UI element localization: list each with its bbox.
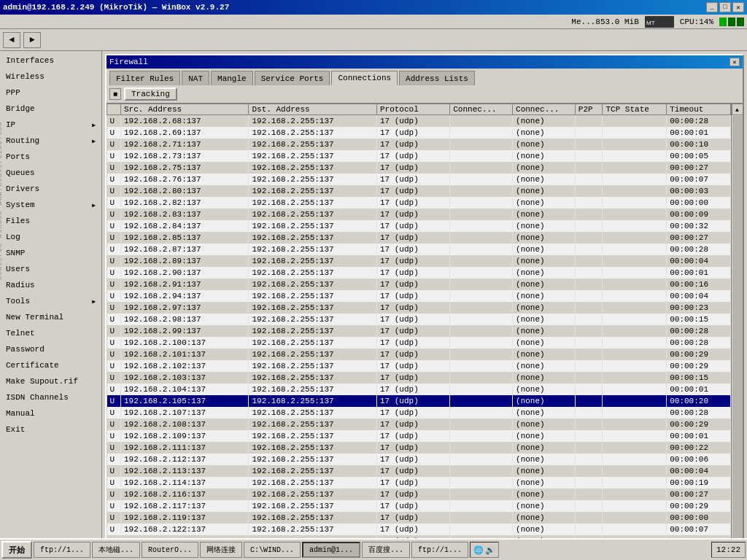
table-row[interactable]: U 192.168.2.83:137 192.168.2.255:137 17 … bbox=[107, 209, 731, 220]
tab-service-ports[interactable]: Service Ports bbox=[255, 71, 330, 85]
start-button[interactable]: 开始 bbox=[1, 541, 32, 559]
table-row[interactable]: U 192.168.2.85:137 192.168.2.255:137 17 … bbox=[107, 232, 731, 244]
sidebar-item-ppp[interactable]: PPP bbox=[1, 85, 100, 101]
sidebar-item-users[interactable]: Users bbox=[1, 261, 100, 277]
taskbar-item-4[interactable]: C:\WIND... bbox=[244, 542, 301, 558]
forward-button[interactable]: ► bbox=[23, 32, 41, 48]
taskbar-item-0[interactable]: ftp://1... bbox=[34, 542, 90, 558]
table-row[interactable]: U 192.168.2.100:137 192.168.2.255:137 17… bbox=[107, 337, 731, 349]
sidebar-item-tools[interactable]: Tools ▶ bbox=[1, 293, 100, 309]
col-header-connec2[interactable]: Connec... bbox=[513, 104, 576, 115]
col-header-dst[interactable]: Dst. Address bbox=[249, 104, 377, 115]
sidebar-item-isdn-channels[interactable]: ISDN Channels bbox=[1, 389, 100, 405]
table-row[interactable]: U 192.168.2.84:137 192.168.2.255:137 17 … bbox=[107, 220, 731, 232]
table-row[interactable]: U 192.168.2.76:137 192.168.2.255:137 17 … bbox=[107, 174, 731, 185]
table-row[interactable]: U 192.168.2.73:137 192.168.2.255:137 17 … bbox=[107, 150, 731, 162]
scrollbar[interactable]: ▲ ▼ bbox=[731, 104, 743, 557]
table-row[interactable]: U 192.168.2.112:137 192.168.2.255:137 17… bbox=[107, 454, 731, 465]
maximize-button[interactable]: □ bbox=[719, 2, 731, 12]
col-header-p2p[interactable]: P2P bbox=[575, 104, 603, 115]
table-row[interactable]: U 192.168.2.114:137 192.168.2.255:137 17… bbox=[107, 477, 731, 489]
table-row[interactable]: U 192.168.2.103:137 192.168.2.255:137 17… bbox=[107, 372, 731, 384]
table-row[interactable]: U 192.168.2.109:137 192.168.2.255:137 17… bbox=[107, 430, 731, 442]
table-row[interactable]: U 192.168.2.82:137 192.168.2.255:137 17 … bbox=[107, 197, 731, 209]
table-row[interactable]: U 192.168.2.75:137 192.168.2.255:137 17 … bbox=[107, 162, 731, 174]
table-row[interactable]: U 192.168.2.89:137 192.168.2.255:137 17 … bbox=[107, 255, 731, 267]
sidebar-item-manual[interactable]: Manual bbox=[1, 405, 100, 421]
tab-connections[interactable]: Connections bbox=[331, 71, 398, 85]
table-row[interactable]: U 192.168.2.97:137 192.168.2.255:137 17 … bbox=[107, 302, 731, 314]
tracking-stop-button[interactable]: ■ bbox=[109, 88, 121, 100]
cell-src: 192.168.2.105:137 bbox=[120, 395, 249, 407]
sidebar-item-bridge[interactable]: Bridge bbox=[1, 101, 100, 117]
tracking-button[interactable]: Tracking bbox=[124, 88, 177, 101]
taskbar-item-1[interactable]: 本地磁... bbox=[92, 542, 140, 558]
sidebar-item-routing[interactable]: Routing ▶ bbox=[1, 133, 100, 149]
sidebar-item-queues[interactable]: Queues bbox=[1, 165, 100, 181]
table-row[interactable]: U 192.168.2.108:137 192.168.2.255:137 17… bbox=[107, 419, 731, 430]
sidebar-item-drivers[interactable]: Drivers bbox=[1, 181, 100, 197]
sidebar-item-make-supout[interactable]: Make Supout.rif bbox=[1, 373, 100, 389]
sidebar-item-exit[interactable]: Exit bbox=[1, 421, 100, 438]
cell-dst: 192.168.2.255:137 bbox=[249, 489, 377, 500]
col-header-timeout[interactable]: Timeout bbox=[667, 104, 731, 115]
sidebar-item-certificate[interactable]: Certificate bbox=[1, 357, 100, 373]
taskbar-item-3[interactable]: 网络连接 bbox=[200, 542, 242, 558]
table-row[interactable]: U 192.168.2.68:137 192.168.2.255:137 17 … bbox=[107, 115, 731, 127]
sidebar-item-radius[interactable]: Radius bbox=[1, 277, 100, 293]
cell-timeout: 00:00:01 bbox=[667, 384, 731, 395]
minimize-button[interactable]: _ bbox=[706, 2, 718, 12]
taskbar-item-2[interactable]: RouterO... bbox=[142, 542, 198, 558]
taskbar-item-7[interactable]: ftp://1... bbox=[411, 542, 468, 558]
sidebar-item-wireless[interactable]: Wireless bbox=[1, 69, 100, 85]
table-row[interactable]: U 192.168.2.102:137 192.168.2.255:137 17… bbox=[107, 360, 731, 372]
tab-address-lists[interactable]: Address Lists bbox=[399, 71, 475, 85]
table-container[interactable]: Src. Address Dst. Address Protocol Conne… bbox=[107, 104, 731, 557]
firewall-close-button[interactable]: ✕ bbox=[729, 58, 740, 66]
sidebar-item-files[interactable]: Files bbox=[1, 213, 100, 229]
tab-nat[interactable]: NAT bbox=[182, 71, 209, 85]
table-row[interactable]: U 192.168.2.98:137 192.168.2.255:137 17 … bbox=[107, 314, 731, 325]
taskbar-item-5[interactable]: admin@1... bbox=[302, 542, 360, 558]
table-row[interactable]: U 192.168.2.101:137 192.168.2.255:137 17… bbox=[107, 349, 731, 360]
table-row[interactable]: U 192.168.2.90:137 192.168.2.255:137 17 … bbox=[107, 267, 731, 279]
back-button[interactable]: ◄ bbox=[3, 32, 20, 48]
sidebar-item-password[interactable]: Password bbox=[1, 341, 100, 357]
table-row[interactable]: U 192.168.2.122:137 192.168.2.255:137 17… bbox=[107, 524, 731, 535]
table-row[interactable]: U 192.168.2.111:137 192.168.2.255:137 17… bbox=[107, 442, 731, 454]
sidebar-item-ports[interactable]: Ports bbox=[1, 149, 100, 165]
table-row[interactable]: U 192.168.2.80:137 192.168.2.255:137 17 … bbox=[107, 185, 731, 197]
sidebar-item-telnet[interactable]: Telnet bbox=[1, 325, 100, 341]
scroll-up-button[interactable]: ▲ bbox=[732, 104, 743, 115]
table-row[interactable]: U 192.168.2.99:137 192.168.2.255:137 17 … bbox=[107, 325, 731, 337]
table-row[interactable]: U 192.168.2.87:137 192.168.2.255:137 17 … bbox=[107, 244, 731, 255]
table-row[interactable]: U 192.168.2.117:137 192.168.2.255:137 17… bbox=[107, 500, 731, 512]
sidebar-item-new-terminal[interactable]: New Terminal bbox=[1, 309, 100, 325]
cell-type: U bbox=[107, 372, 121, 384]
table-row[interactable]: U 192.168.2.107:137 192.168.2.255:137 17… bbox=[107, 407, 731, 419]
col-header-tcpstate[interactable]: TCP State bbox=[603, 104, 667, 115]
table-row[interactable]: U 192.168.2.116:137 192.168.2.255:137 17… bbox=[107, 489, 731, 500]
col-header-proto[interactable]: Protocol bbox=[376, 104, 449, 115]
sidebar-item-interfaces[interactable]: Interfaces bbox=[1, 52, 100, 69]
table-row[interactable]: U 192.168.2.94:137 192.168.2.255:137 17 … bbox=[107, 290, 731, 302]
sidebar-item-system[interactable]: System ▶ bbox=[1, 197, 100, 213]
table-row[interactable]: U 192.168.2.119:137 192.168.2.255:137 17… bbox=[107, 512, 731, 524]
table-row[interactable]: U 192.168.2.105:137 192.168.2.255:137 17… bbox=[107, 395, 731, 407]
table-row[interactable]: U 192.168.2.71:137 192.168.2.255:137 17 … bbox=[107, 139, 731, 150]
sidebar-item-log[interactable]: Log bbox=[1, 229, 100, 245]
table-row[interactable]: U 192.168.2.69:137 192.168.2.255:137 17 … bbox=[107, 127, 731, 139]
sidebar-item-ip[interactable]: IP ▶ bbox=[1, 117, 100, 133]
col-header-src[interactable]: Src. Address bbox=[120, 104, 249, 115]
cell-proto: 17 (udp) bbox=[376, 267, 449, 279]
table-row[interactable]: U 192.168.2.91:137 192.168.2.255:137 17 … bbox=[107, 279, 731, 290]
close-button[interactable]: ✕ bbox=[732, 2, 744, 12]
sidebar-item-snmp[interactable]: SNMP bbox=[1, 245, 100, 261]
col-header-connec1[interactable]: Connec... bbox=[450, 104, 513, 115]
tab-mangle[interactable]: Mangle bbox=[211, 71, 253, 85]
scroll-thumb[interactable] bbox=[732, 116, 743, 545]
tab-filter-rules[interactable]: Filter Rules bbox=[109, 71, 180, 85]
table-row[interactable]: U 192.168.2.104:137 192.168.2.255:137 17… bbox=[107, 384, 731, 395]
taskbar-item-6[interactable]: 百度搜... bbox=[362, 542, 410, 558]
table-row[interactable]: U 192.168.2.113:137 192.168.2.255:137 17… bbox=[107, 465, 731, 477]
